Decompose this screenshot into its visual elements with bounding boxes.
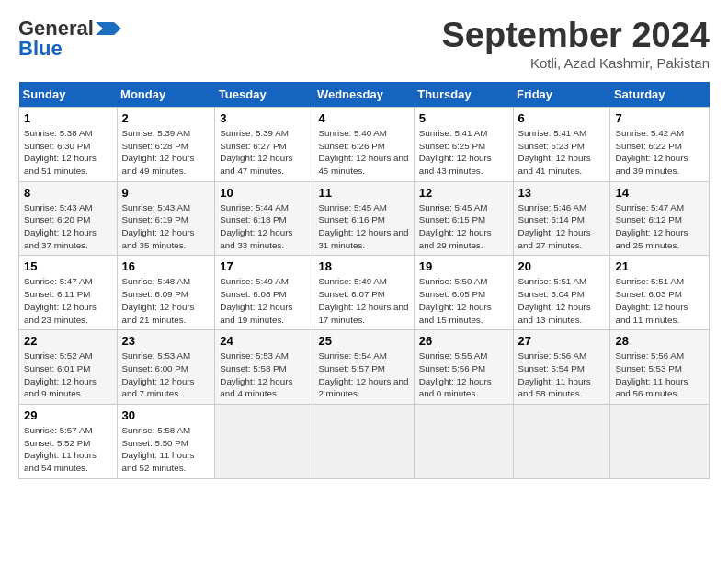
day-info: Sunrise: 5:47 AMSunset: 6:11 PMDaylight:…	[24, 275, 112, 326]
header-cell-friday: Friday	[513, 82, 610, 108]
day-number: 2	[122, 111, 210, 125]
day-number: 30	[122, 408, 210, 422]
day-number: 5	[419, 111, 508, 125]
calendar-week-row: 22Sunrise: 5:52 AMSunset: 6:01 PMDayligh…	[19, 330, 710, 405]
calendar-cell: 24Sunrise: 5:53 AMSunset: 5:58 PMDayligh…	[215, 330, 313, 405]
calendar-cell: 25Sunrise: 5:54 AMSunset: 5:57 PMDayligh…	[313, 330, 414, 405]
day-info: Sunrise: 5:46 AMSunset: 6:14 PMDaylight:…	[518, 201, 606, 252]
day-info: Sunrise: 5:44 AMSunset: 6:18 PMDaylight:…	[220, 201, 308, 252]
calendar-cell: 18Sunrise: 5:49 AMSunset: 6:07 PMDayligh…	[313, 256, 414, 330]
header-cell-wednesday: Wednesday	[313, 82, 414, 108]
day-number: 12	[419, 186, 508, 200]
calendar-cell: 29Sunrise: 5:57 AMSunset: 5:52 PMDayligh…	[19, 405, 118, 479]
day-info: Sunrise: 5:40 AMSunset: 6:26 PMDaylight:…	[318, 127, 408, 178]
day-info: Sunrise: 5:48 AMSunset: 6:09 PMDaylight:…	[122, 275, 210, 326]
day-number: 16	[122, 259, 210, 273]
day-info: Sunrise: 5:58 AMSunset: 5:50 PMDaylight:…	[122, 424, 210, 475]
day-number: 21	[615, 259, 704, 273]
day-number: 11	[318, 186, 408, 200]
header-cell-saturday: Saturday	[610, 82, 710, 108]
day-info: Sunrise: 5:56 AMSunset: 5:54 PMDaylight:…	[518, 350, 606, 400]
header-cell-monday: Monday	[117, 82, 215, 108]
calendar-cell: 19Sunrise: 5:50 AMSunset: 6:05 PMDayligh…	[414, 256, 513, 330]
day-number: 8	[24, 186, 112, 200]
calendar-cell: 28Sunrise: 5:56 AMSunset: 5:53 PMDayligh…	[610, 330, 710, 405]
calendar-cell: 26Sunrise: 5:55 AMSunset: 5:56 PMDayligh…	[414, 330, 513, 405]
day-number: 23	[122, 334, 210, 348]
day-info: Sunrise: 5:41 AMSunset: 6:23 PMDaylight:…	[518, 127, 606, 178]
day-number: 3	[220, 111, 308, 125]
day-info: Sunrise: 5:39 AMSunset: 6:27 PMDaylight:…	[220, 127, 308, 178]
day-info: Sunrise: 5:55 AMSunset: 5:56 PMDaylight:…	[419, 350, 508, 400]
day-info: Sunrise: 5:56 AMSunset: 5:53 PMDaylight:…	[615, 350, 704, 400]
calendar-cell: 7Sunrise: 5:42 AMSunset: 6:22 PMDaylight…	[610, 107, 710, 181]
calendar-cell	[610, 405, 710, 479]
day-number: 13	[518, 186, 606, 200]
day-number: 1	[24, 111, 112, 125]
calendar-week-row: 8Sunrise: 5:43 AMSunset: 6:20 PMDaylight…	[19, 181, 710, 256]
day-info: Sunrise: 5:51 AMSunset: 6:03 PMDaylight:…	[615, 275, 704, 326]
calendar-cell: 14Sunrise: 5:47 AMSunset: 6:12 PMDayligh…	[610, 181, 710, 256]
day-number: 15	[24, 259, 112, 273]
calendar-cell: 27Sunrise: 5:56 AMSunset: 5:54 PMDayligh…	[513, 330, 610, 405]
day-number: 29	[24, 408, 112, 422]
day-info: Sunrise: 5:39 AMSunset: 6:28 PMDaylight:…	[122, 127, 210, 178]
header-cell-tuesday: Tuesday	[215, 82, 313, 108]
calendar-cell: 13Sunrise: 5:46 AMSunset: 6:14 PMDayligh…	[513, 181, 610, 256]
header-row: SundayMondayTuesdayWednesdayThursdayFrid…	[19, 82, 710, 108]
day-info: Sunrise: 5:38 AMSunset: 6:30 PMDaylight:…	[24, 127, 112, 178]
calendar-cell: 3Sunrise: 5:39 AMSunset: 6:27 PMDaylight…	[215, 107, 313, 181]
header-cell-thursday: Thursday	[414, 82, 513, 108]
day-number: 7	[615, 111, 704, 125]
calendar-cell: 5Sunrise: 5:41 AMSunset: 6:25 PMDaylight…	[414, 107, 513, 181]
svg-marker-0	[96, 22, 121, 35]
calendar-cell: 9Sunrise: 5:43 AMSunset: 6:19 PMDaylight…	[117, 181, 215, 256]
day-number: 28	[615, 334, 704, 348]
calendar-cell	[414, 405, 513, 479]
day-number: 18	[318, 259, 408, 273]
calendar-table: SundayMondayTuesdayWednesdayThursdayFrid…	[18, 82, 710, 479]
calendar-cell: 6Sunrise: 5:41 AMSunset: 6:23 PMDaylight…	[513, 107, 610, 181]
day-number: 17	[220, 259, 308, 273]
day-number: 20	[518, 259, 606, 273]
day-number: 27	[518, 334, 606, 348]
day-info: Sunrise: 5:41 AMSunset: 6:25 PMDaylight:…	[419, 127, 508, 178]
day-info: Sunrise: 5:47 AMSunset: 6:12 PMDaylight:…	[615, 201, 704, 252]
calendar-cell: 21Sunrise: 5:51 AMSunset: 6:03 PMDayligh…	[610, 256, 710, 330]
calendar-week-row: 15Sunrise: 5:47 AMSunset: 6:11 PMDayligh…	[19, 256, 710, 330]
calendar-cell	[513, 405, 610, 479]
calendar-cell: 2Sunrise: 5:39 AMSunset: 6:28 PMDaylight…	[117, 107, 215, 181]
day-info: Sunrise: 5:45 AMSunset: 6:15 PMDaylight:…	[419, 201, 508, 252]
day-number: 24	[220, 334, 308, 348]
day-info: Sunrise: 5:45 AMSunset: 6:16 PMDaylight:…	[318, 201, 408, 252]
header-cell-sunday: Sunday	[19, 82, 118, 108]
calendar-week-row: 1Sunrise: 5:38 AMSunset: 6:30 PMDaylight…	[19, 107, 710, 181]
day-info: Sunrise: 5:57 AMSunset: 5:52 PMDaylight:…	[24, 424, 112, 475]
day-number: 19	[419, 259, 508, 273]
day-number: 9	[122, 186, 210, 200]
calendar-cell: 12Sunrise: 5:45 AMSunset: 6:15 PMDayligh…	[414, 181, 513, 256]
month-title: September 2024	[442, 17, 711, 55]
day-info: Sunrise: 5:54 AMSunset: 5:57 PMDaylight:…	[318, 350, 408, 400]
calendar-cell: 17Sunrise: 5:49 AMSunset: 6:08 PMDayligh…	[215, 256, 313, 330]
calendar-cell: 16Sunrise: 5:48 AMSunset: 6:09 PMDayligh…	[117, 256, 215, 330]
location: Kotli, Azad Kashmir, Pakistan	[442, 55, 711, 71]
calendar-cell: 10Sunrise: 5:44 AMSunset: 6:18 PMDayligh…	[215, 181, 313, 256]
day-number: 4	[318, 111, 408, 125]
day-info: Sunrise: 5:49 AMSunset: 6:08 PMDaylight:…	[220, 275, 308, 326]
day-number: 25	[318, 334, 408, 348]
calendar-cell: 8Sunrise: 5:43 AMSunset: 6:20 PMDaylight…	[19, 181, 118, 256]
calendar-week-row: 29Sunrise: 5:57 AMSunset: 5:52 PMDayligh…	[19, 405, 710, 479]
calendar-page: General Blue September 2024 Kotli, Azad …	[0, 0, 728, 488]
calendar-cell: 22Sunrise: 5:52 AMSunset: 6:01 PMDayligh…	[19, 330, 118, 405]
calendar-cell: 23Sunrise: 5:53 AMSunset: 6:00 PMDayligh…	[117, 330, 215, 405]
logo-arrow-icon	[96, 18, 121, 39]
day-number: 10	[220, 186, 308, 200]
day-info: Sunrise: 5:51 AMSunset: 6:04 PMDaylight:…	[518, 275, 606, 326]
calendar-cell: 1Sunrise: 5:38 AMSunset: 6:30 PMDaylight…	[19, 107, 118, 181]
day-number: 22	[24, 334, 112, 348]
calendar-cell: 20Sunrise: 5:51 AMSunset: 6:04 PMDayligh…	[513, 256, 610, 330]
day-info: Sunrise: 5:52 AMSunset: 6:01 PMDaylight:…	[24, 350, 112, 400]
day-info: Sunrise: 5:53 AMSunset: 5:58 PMDaylight:…	[220, 350, 308, 400]
logo-text-blue: Blue	[18, 37, 63, 61]
